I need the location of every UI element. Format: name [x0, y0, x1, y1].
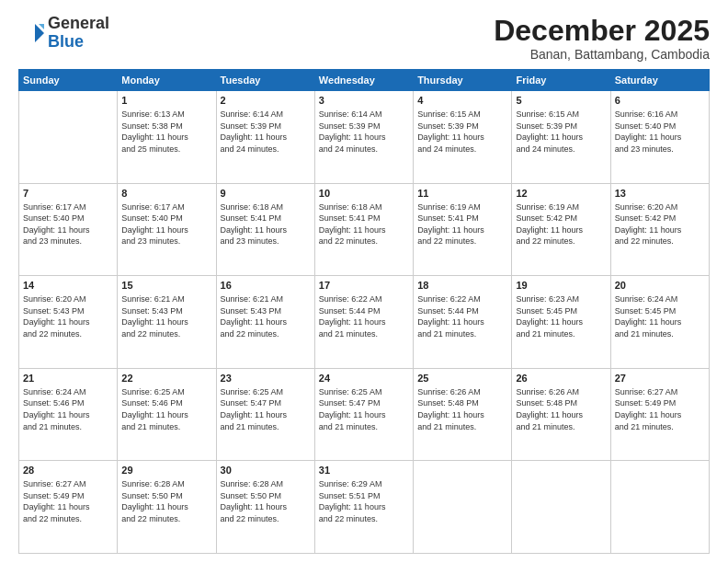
- table-row: 12Sunrise: 6:19 AM Sunset: 5:42 PM Dayli…: [512, 183, 610, 276]
- header-row: Sunday Monday Tuesday Wednesday Thursday…: [19, 70, 710, 91]
- logo-blue: Blue: [48, 32, 84, 51]
- table-row: 9Sunrise: 6:18 AM Sunset: 5:41 PM Daylig…: [216, 183, 314, 276]
- day-number: 23: [221, 372, 311, 385]
- calendar-week-5: 28Sunrise: 6:27 AM Sunset: 5:49 PM Dayli…: [19, 461, 710, 554]
- day-info: Sunrise: 6:21 AM Sunset: 5:43 PM Dayligh…: [221, 293, 311, 339]
- table-row: 10Sunrise: 6:18 AM Sunset: 5:41 PM Dayli…: [314, 183, 413, 276]
- calendar-week-4: 21Sunrise: 6:24 AM Sunset: 5:46 PM Dayli…: [19, 368, 710, 461]
- table-row: 6Sunrise: 6:16 AM Sunset: 5:40 PM Daylig…: [610, 91, 709, 184]
- title-block: December 2025 Banan, Battambang, Cambodi…: [494, 15, 710, 62]
- day-number: 27: [615, 372, 705, 385]
- table-row: 14Sunrise: 6:20 AM Sunset: 5:43 PM Dayli…: [19, 276, 118, 369]
- header: General Blue December 2025 Banan, Battam…: [18, 15, 710, 62]
- page: General Blue December 2025 Banan, Battam…: [0, 0, 728, 563]
- day-info: Sunrise: 6:27 AM Sunset: 5:49 PM Dayligh…: [615, 386, 705, 432]
- table-row: 25Sunrise: 6:26 AM Sunset: 5:48 PM Dayli…: [414, 368, 512, 461]
- day-number: 17: [319, 279, 409, 293]
- day-info: Sunrise: 6:14 AM Sunset: 5:39 PM Dayligh…: [221, 109, 311, 155]
- logo-text: General Blue: [48, 15, 109, 52]
- table-row: 31Sunrise: 6:29 AM Sunset: 5:51 PM Dayli…: [314, 461, 413, 554]
- day-number: 31: [319, 464, 409, 477]
- calendar-table: Sunday Monday Tuesday Wednesday Thursday…: [18, 69, 710, 554]
- table-row: 11Sunrise: 6:19 AM Sunset: 5:41 PM Dayli…: [414, 183, 512, 276]
- col-wednesday: Wednesday: [314, 70, 413, 91]
- table-row: 3Sunrise: 6:14 AM Sunset: 5:39 PM Daylig…: [314, 91, 413, 184]
- table-row: 27Sunrise: 6:27 AM Sunset: 5:49 PM Dayli…: [610, 368, 709, 461]
- day-number: 2: [221, 94, 311, 108]
- day-number: 1: [121, 94, 211, 108]
- day-number: 6: [615, 94, 705, 108]
- day-number: 25: [417, 372, 507, 385]
- table-row: 4Sunrise: 6:15 AM Sunset: 5:39 PM Daylig…: [414, 91, 512, 184]
- day-number: 18: [417, 279, 507, 293]
- day-info: Sunrise: 6:20 AM Sunset: 5:43 PM Dayligh…: [23, 293, 113, 339]
- calendar-week-2: 7Sunrise: 6:17 AM Sunset: 5:40 PM Daylig…: [19, 183, 710, 276]
- day-number: 13: [615, 187, 705, 201]
- day-info: Sunrise: 6:24 AM Sunset: 5:46 PM Dayligh…: [23, 386, 113, 432]
- day-number: 9: [221, 187, 311, 201]
- table-row: 24Sunrise: 6:25 AM Sunset: 5:47 PM Dayli…: [314, 368, 413, 461]
- logo: General Blue: [18, 15, 109, 52]
- day-number: 4: [417, 94, 507, 108]
- day-info: Sunrise: 6:24 AM Sunset: 5:45 PM Dayligh…: [615, 293, 705, 339]
- day-number: 22: [121, 372, 211, 385]
- table-row: 1Sunrise: 6:13 AM Sunset: 5:38 PM Daylig…: [118, 91, 216, 184]
- table-row: 30Sunrise: 6:28 AM Sunset: 5:50 PM Dayli…: [216, 461, 314, 554]
- table-row: 22Sunrise: 6:25 AM Sunset: 5:46 PM Dayli…: [118, 368, 216, 461]
- main-title: December 2025: [494, 15, 710, 47]
- day-number: 30: [221, 464, 311, 477]
- subtitle: Banan, Battambang, Cambodia: [494, 47, 710, 62]
- logo-general: General: [48, 14, 109, 32]
- day-number: 29: [121, 464, 211, 477]
- day-info: Sunrise: 6:17 AM Sunset: 5:40 PM Dayligh…: [23, 201, 113, 247]
- day-info: Sunrise: 6:28 AM Sunset: 5:50 PM Dayligh…: [221, 478, 311, 524]
- calendar-week-1: 1Sunrise: 6:13 AM Sunset: 5:38 PM Daylig…: [19, 91, 710, 184]
- table-row: 8Sunrise: 6:17 AM Sunset: 5:40 PM Daylig…: [118, 183, 216, 276]
- day-info: Sunrise: 6:22 AM Sunset: 5:44 PM Dayligh…: [319, 293, 409, 339]
- table-row: [610, 461, 709, 554]
- col-monday: Monday: [118, 70, 216, 91]
- day-number: 11: [417, 187, 507, 201]
- day-info: Sunrise: 6:29 AM Sunset: 5:51 PM Dayligh…: [319, 478, 409, 524]
- day-number: 20: [615, 279, 705, 293]
- day-info: Sunrise: 6:28 AM Sunset: 5:50 PM Dayligh…: [121, 478, 211, 524]
- logo-icon: [18, 20, 44, 46]
- col-thursday: Thursday: [414, 70, 512, 91]
- day-info: Sunrise: 6:27 AM Sunset: 5:49 PM Dayligh…: [23, 478, 113, 524]
- day-info: Sunrise: 6:15 AM Sunset: 5:39 PM Dayligh…: [516, 109, 606, 155]
- day-number: 15: [121, 279, 211, 293]
- day-info: Sunrise: 6:19 AM Sunset: 5:42 PM Dayligh…: [516, 201, 606, 247]
- table-row: 29Sunrise: 6:28 AM Sunset: 5:50 PM Dayli…: [118, 461, 216, 554]
- day-info: Sunrise: 6:23 AM Sunset: 5:45 PM Dayligh…: [516, 293, 606, 339]
- day-info: Sunrise: 6:14 AM Sunset: 5:39 PM Dayligh…: [319, 109, 409, 155]
- day-info: Sunrise: 6:17 AM Sunset: 5:40 PM Dayligh…: [121, 201, 211, 247]
- day-number: 19: [516, 279, 606, 293]
- day-number: 26: [516, 372, 606, 385]
- day-number: 28: [23, 464, 113, 477]
- day-number: 7: [23, 187, 113, 201]
- day-number: 3: [319, 94, 409, 108]
- day-number: 5: [516, 94, 606, 108]
- col-saturday: Saturday: [610, 70, 709, 91]
- day-info: Sunrise: 6:13 AM Sunset: 5:38 PM Dayligh…: [121, 109, 211, 155]
- table-row: 15Sunrise: 6:21 AM Sunset: 5:43 PM Dayli…: [118, 276, 216, 369]
- day-info: Sunrise: 6:25 AM Sunset: 5:47 PM Dayligh…: [221, 386, 311, 432]
- day-info: Sunrise: 6:26 AM Sunset: 5:48 PM Dayligh…: [417, 386, 507, 432]
- table-row: [19, 91, 118, 184]
- day-info: Sunrise: 6:18 AM Sunset: 5:41 PM Dayligh…: [221, 201, 311, 247]
- day-number: 21: [23, 372, 113, 385]
- table-row: [512, 461, 610, 554]
- day-number: 14: [23, 279, 113, 293]
- table-row: 20Sunrise: 6:24 AM Sunset: 5:45 PM Dayli…: [610, 276, 709, 369]
- day-number: 12: [516, 187, 606, 201]
- col-tuesday: Tuesday: [216, 70, 314, 91]
- day-info: Sunrise: 6:26 AM Sunset: 5:48 PM Dayligh…: [516, 386, 606, 432]
- table-row: 18Sunrise: 6:22 AM Sunset: 5:44 PM Dayli…: [414, 276, 512, 369]
- day-number: 8: [121, 187, 211, 201]
- table-row: 13Sunrise: 6:20 AM Sunset: 5:42 PM Dayli…: [610, 183, 709, 276]
- day-info: Sunrise: 6:15 AM Sunset: 5:39 PM Dayligh…: [417, 109, 507, 155]
- day-info: Sunrise: 6:22 AM Sunset: 5:44 PM Dayligh…: [417, 293, 507, 339]
- table-row: 17Sunrise: 6:22 AM Sunset: 5:44 PM Dayli…: [314, 276, 413, 369]
- table-row: 26Sunrise: 6:26 AM Sunset: 5:48 PM Dayli…: [512, 368, 610, 461]
- day-number: 24: [319, 372, 409, 385]
